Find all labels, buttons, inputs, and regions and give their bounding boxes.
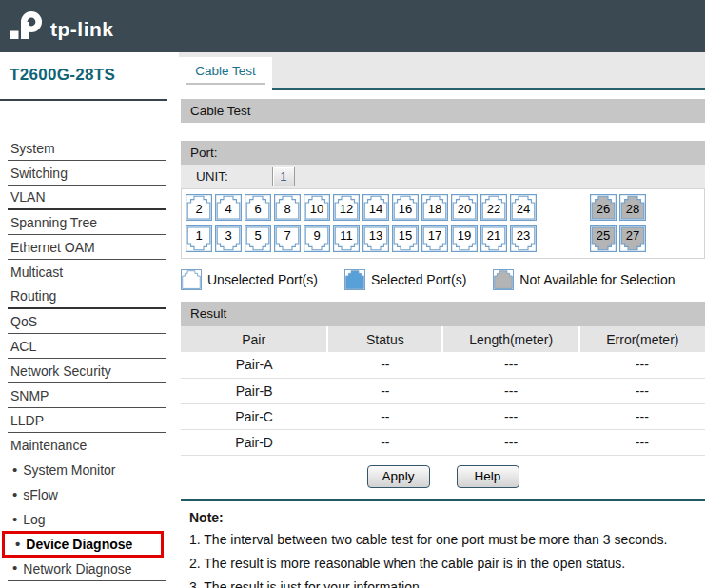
note-divider [181,499,705,501]
port-7[interactable]: 7 [274,225,301,252]
sidebar-item-system[interactable]: System [8,136,166,161]
sidebar-item-switching[interactable]: Switching [8,161,166,186]
port-9[interactable]: 9 [304,225,330,252]
port-2[interactable]: 2 [186,194,212,221]
result-column-header: Pair [181,326,327,352]
cable-test-page: tp-link T2600G-28TS SystemSwitchingVLANS… [0,0,705,588]
result-cell: Pair-B [181,378,327,403]
port-13[interactable]: 13 [362,225,389,252]
sidebar-item-log[interactable]: •Log [8,507,166,532]
port-11[interactable]: 11 [333,225,360,252]
note-line: 2. The result is more reasonable when th… [189,552,705,576]
port-number: 3 [215,228,242,243]
help-button[interactable]: Help [457,465,519,488]
legend-label: Not Available for Selection [519,272,675,287]
port-21[interactable]: 21 [480,225,507,252]
port-17[interactable]: 17 [421,225,448,252]
port-number: 26 [590,202,617,216]
sidebar-item-qos[interactable]: QoS [8,309,166,334]
port-28: 28 [619,194,646,221]
sidebar-item-label: Multicast [10,265,63,280]
sidebar-item-device-diagnose[interactable]: •Device Diagnose [2,531,164,558]
apply-button[interactable]: Apply [367,465,430,488]
sidebar-item-acl[interactable]: ACL [8,334,166,359]
sidebar-item-label: Routing [10,288,56,304]
sidebar-item-sflow[interactable]: •sFlow [8,482,166,507]
tab-cable-test[interactable]: Cable Test [179,57,272,90]
result-row: Pair-C-------- [181,403,705,429]
port-24[interactable]: 24 [510,194,537,221]
port-grid: 2468101214161820222426281357911131517192… [181,188,705,259]
port-12[interactable]: 12 [333,194,360,221]
sidebar-item-system-monitor[interactable]: •System Monitor [8,458,166,482]
unit-label: UNIT: [196,169,228,184]
result-cell: --- [442,352,578,378]
section-header-result: Result [181,302,705,326]
result-cell: Pair-C [181,403,327,429]
result-table: PairStatusLength(meter)Error(meter) Pair… [181,326,705,456]
port-number: 12 [333,202,360,216]
port-5[interactable]: 5 [245,225,271,252]
port-23[interactable]: 23 [510,225,537,252]
port-15[interactable]: 15 [392,225,419,252]
sidebar-item-label: sFlow [23,487,58,502]
result-cell: --- [579,378,705,403]
sidebar-menu: SystemSwitchingVLANSpanning TreeEthernet… [8,136,166,581]
note-line: 1. The interval between two cable test f… [189,528,705,552]
port-group-gap [539,194,587,221]
port-16[interactable]: 16 [392,194,419,221]
sidebar-item-spanning-tree[interactable]: Spanning Tree [8,210,166,235]
sidebar-item-label: ACL [10,339,36,354]
sidebar-item-label: VLAN [10,189,46,205]
port-number: 17 [421,228,448,243]
port-4[interactable]: 4 [215,194,242,221]
sidebar-item-label: SNMP [10,388,49,403]
port-18[interactable]: 18 [421,194,448,221]
port-number: 25 [590,228,617,243]
result-cell: -- [327,378,442,403]
sidebar-item-routing[interactable]: Routing [8,284,166,309]
port-group-gap [539,225,587,252]
sidebar-item-lldp[interactable]: LLDP [8,408,166,433]
port-6[interactable]: 6 [245,194,271,221]
sidebar-item-network-diagnose[interactable]: •Network Diagnose [8,557,166,581]
port-number: 2 [186,202,212,216]
port-19[interactable]: 19 [451,225,478,252]
device-model: T2600G-28TS [0,52,179,85]
port-20[interactable]: 20 [451,194,478,221]
tab-strip: Cable Test [179,52,705,90]
legend-item-na: Not Available for Selection [493,269,675,290]
legend-item-unselected: Unselected Port(s) [181,269,318,290]
port-3[interactable]: 3 [215,225,242,252]
sidebar-item-ethernet-oam[interactable]: Ethernet OAM [8,235,166,260]
bullet-icon: • [12,461,17,478]
sidebar-item-maintenance[interactable]: Maintenance [8,433,166,458]
port-14[interactable]: 14 [362,194,389,221]
unit-button[interactable]: 1 [272,167,295,186]
sidebar-item-multicast[interactable]: Multicast [8,260,166,284]
result-cell: -- [327,403,442,429]
sidebar-item-network-security[interactable]: Network Security [8,359,166,383]
port-22[interactable]: 22 [480,194,507,221]
sidebar-item-snmp[interactable]: SNMP [8,383,166,408]
sidebar-item-label: Spanning Tree [10,215,97,230]
result-cell: -- [327,352,442,378]
note-section: Note: 1. The interval between two cable … [181,507,705,588]
result-column-header: Error(meter) [579,326,705,352]
legend-label: Selected Port(s) [371,272,466,287]
port-number: 6 [245,202,271,216]
bullet-icon: • [12,511,17,527]
port-row-bottom: 13579111315171921232527 [186,225,700,252]
port-1[interactable]: 1 [186,225,212,252]
tplink-logo: tp-link [10,9,114,45]
port-10[interactable]: 10 [304,194,330,221]
result-cell: Pair-A [181,352,327,378]
port-number: 14 [362,202,389,216]
sidebar-item-label: Log [23,512,45,527]
sidebar-item-label: System [10,141,55,156]
result-cell: Pair-D [181,429,327,455]
port-8[interactable]: 8 [274,194,301,221]
port-number: 24 [510,202,537,216]
result-cell: --- [579,352,705,378]
sidebar-item-vlan[interactable]: VLAN [8,186,166,210]
